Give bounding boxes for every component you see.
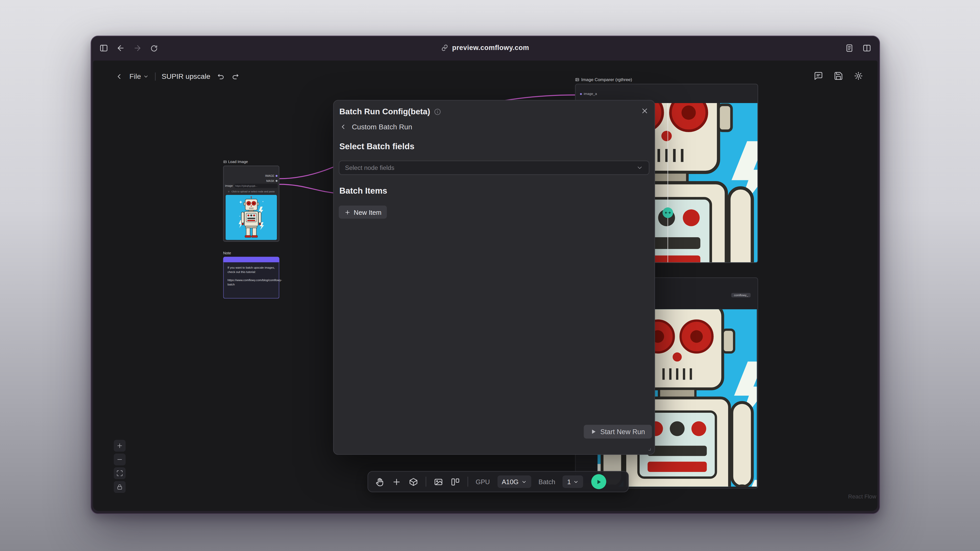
file-menu[interactable]: File bbox=[129, 73, 148, 80]
comments-icon[interactable] bbox=[814, 71, 823, 81]
editor-topright-icons bbox=[814, 71, 863, 81]
zoom-out-button[interactable] bbox=[114, 454, 126, 465]
node-title: Note bbox=[223, 251, 231, 255]
redo-icon[interactable] bbox=[231, 72, 239, 80]
chevron-down-icon bbox=[573, 479, 579, 484]
run-toolbar: GPU A10G Batch 1 bbox=[368, 471, 629, 492]
loaded-image-thumbnail[interactable] bbox=[226, 195, 277, 240]
zoom-in-button[interactable] bbox=[114, 440, 126, 452]
image-gallery-icon[interactable] bbox=[434, 477, 443, 486]
add-node-icon[interactable] bbox=[392, 477, 401, 486]
undo-icon[interactable] bbox=[217, 72, 225, 80]
plus-icon bbox=[344, 209, 350, 215]
start-new-run-button[interactable]: Start New Run bbox=[584, 425, 652, 438]
node-title: Image Comparer (rgthree) bbox=[581, 78, 632, 82]
output-mask-port[interactable] bbox=[275, 179, 277, 181]
zoom-controls bbox=[114, 440, 126, 493]
lock-canvas-button[interactable] bbox=[114, 481, 126, 493]
close-icon[interactable] bbox=[641, 107, 649, 115]
run-button[interactable] bbox=[592, 474, 607, 489]
reader-icon[interactable] bbox=[845, 44, 854, 52]
new-item-button[interactable]: New Item bbox=[339, 206, 387, 219]
load-image-node[interactable]: Load Image IMAGE MASK image https://rjde… bbox=[223, 159, 279, 242]
back-to-home-icon[interactable] bbox=[115, 72, 123, 80]
upload-dropzone[interactable]: Click to upload or select node and paste bbox=[225, 189, 278, 194]
node-title: Load Image bbox=[228, 160, 248, 164]
input-image-a-label: image_a bbox=[584, 92, 597, 96]
comparer-slider-line[interactable] bbox=[668, 103, 668, 262]
batch-label: Batch bbox=[538, 478, 555, 485]
gpu-label: GPU bbox=[476, 478, 490, 485]
modal-back-icon[interactable] bbox=[339, 123, 347, 130]
extensions-cube-icon[interactable] bbox=[409, 477, 418, 486]
settings-gear-icon[interactable] bbox=[854, 71, 863, 81]
toolbar-divider bbox=[155, 72, 155, 80]
watermark-tag: comflowy_ bbox=[732, 293, 751, 297]
image-url-input[interactable]: https://rjdeqhgojqb... bbox=[234, 184, 277, 188]
fit-view-button[interactable] bbox=[114, 467, 126, 479]
image-icon bbox=[223, 160, 227, 164]
workflow-title: SUPIR upscale bbox=[162, 73, 210, 80]
robot-artwork-image bbox=[226, 195, 277, 240]
output-mask-label: MASK bbox=[266, 179, 274, 182]
desktop: preview.comflowy.com File SUPIR upscale bbox=[0, 0, 980, 551]
info-icon[interactable] bbox=[434, 108, 441, 115]
url-text: preview.comflowy.com bbox=[452, 44, 529, 51]
layout-panels-icon[interactable] bbox=[451, 477, 460, 486]
modal-subtitle: Custom Batch Run bbox=[352, 123, 412, 130]
chevron-down-icon bbox=[636, 164, 643, 171]
output-image-port[interactable] bbox=[275, 175, 277, 176]
select-batch-fields-heading: Select Batch fields bbox=[334, 130, 654, 151]
play-icon bbox=[591, 429, 597, 435]
note-text: If you want to batch upscale images, che… bbox=[223, 262, 279, 299]
browser-chrome: preview.comflowy.com bbox=[91, 36, 880, 61]
split-view-icon[interactable] bbox=[862, 44, 871, 52]
output-image-label: IMAGE bbox=[265, 174, 274, 177]
image-icon bbox=[575, 78, 579, 82]
gpu-select[interactable]: A10G bbox=[497, 475, 531, 488]
select-placeholder: Select node fields bbox=[345, 164, 394, 171]
editor-toolbar: File SUPIR upscale bbox=[115, 70, 239, 83]
node-fields-select[interactable]: Select node fields bbox=[339, 160, 649, 175]
link-icon bbox=[442, 44, 449, 51]
chevron-down-icon bbox=[521, 479, 527, 484]
input-image-a-port[interactable] bbox=[580, 93, 582, 95]
image-field-label: image bbox=[225, 184, 233, 187]
react-flow-attribution: React Flow bbox=[848, 494, 876, 500]
batch-items-heading: Batch Items bbox=[334, 175, 654, 196]
note-header-bar bbox=[223, 257, 279, 262]
save-workflow-icon[interactable] bbox=[834, 71, 843, 81]
note-node[interactable]: Note If you want to batch upscale images… bbox=[223, 250, 279, 299]
toolbar-divider bbox=[468, 477, 468, 487]
address-bar[interactable]: preview.comflowy.com bbox=[91, 44, 880, 51]
batch-run-modal: Batch Run Config(beta) Custom Batch Run … bbox=[333, 100, 655, 455]
modal-title: Batch Run Config(beta) bbox=[339, 107, 430, 116]
play-icon bbox=[596, 478, 602, 485]
toolbar-divider bbox=[426, 477, 426, 487]
note-link[interactable]: https://www.comflowy.com/blog/comflowy-b… bbox=[228, 278, 275, 287]
chevron-down-icon bbox=[143, 73, 148, 79]
hand-tool-icon[interactable] bbox=[375, 477, 384, 486]
batch-count-select[interactable]: 1 bbox=[563, 475, 583, 488]
compare-handle-icon[interactable] bbox=[662, 207, 673, 218]
upload-icon bbox=[228, 190, 230, 193]
resize-handle[interactable] bbox=[646, 445, 651, 451]
